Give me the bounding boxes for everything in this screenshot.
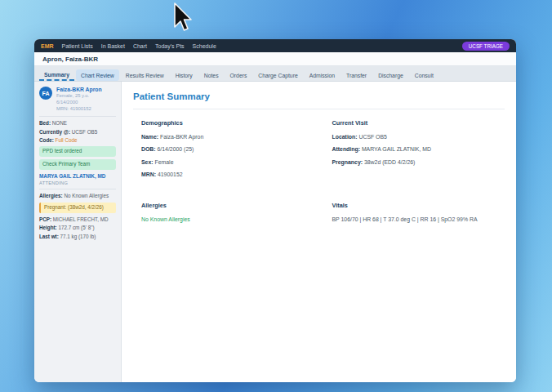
- code-status-value: Full Code: [56, 137, 78, 143]
- sidebar-sex-age: Female, 25 y.o.: [56, 93, 102, 100]
- patient-summary-panel: Patient Summary Demographics Name: Faiza…: [122, 82, 516, 382]
- chart-tab-bar: Summary Chart Review Results Review Hist…: [34, 66, 516, 82]
- code-line: Code: Full Code: [39, 137, 116, 144]
- current-visit-heading: Current Visit: [332, 119, 505, 127]
- patient-profile: FA Faiza-BKR Apron Female, 25 y.o. 6/14/…: [39, 87, 116, 113]
- patient-header-name: Apron, Faiza-BKR: [42, 56, 98, 63]
- alert-chip-ppd: PPD test ordered: [39, 146, 116, 157]
- vitals-values: BP 106/70 | HR 68 | T 37.0 deg C | RR 16…: [332, 216, 505, 223]
- nav-chart[interactable]: Chart: [133, 43, 147, 49]
- tab-orders[interactable]: Orders: [225, 69, 252, 81]
- allergies-value: No Known Allergies: [64, 193, 109, 198]
- visit-attending-row: Attending: MARYA GAIL ZLATNIK, MD: [332, 146, 505, 153]
- attending-role: ATTENDING: [39, 180, 116, 185]
- top-navigation-bar: EMR Patient Lists In Basket Chart Today'…: [34, 39, 516, 52]
- sidebar-mrn: MRN: 41900152: [56, 106, 102, 113]
- nav-schedule[interactable]: Schedule: [193, 43, 216, 49]
- height-line: Height: 172.7 cm (5' 8"): [39, 225, 116, 231]
- tab-summary[interactable]: Summary: [39, 69, 74, 81]
- weight-label: Last wt:: [39, 234, 59, 239]
- tab-transfer[interactable]: Transfer: [341, 69, 372, 81]
- emr-window: EMR Patient Lists In Basket Chart Today'…: [34, 39, 516, 382]
- patient-header: Apron, Faiza-BKR: [34, 52, 516, 66]
- nav-in-basket[interactable]: In Basket: [101, 43, 125, 49]
- attending-name: MARYA GAIL ZLATNIK, MD: [39, 173, 116, 180]
- demographics-sex-row: Sex: Female: [141, 159, 314, 166]
- sidebar-patient-name: Faiza-BKR Apron: [56, 87, 102, 93]
- org-badge[interactable]: UCSF TRIAGE: [462, 42, 510, 51]
- alert-chip-primary-team: Check Primary Team: [39, 159, 116, 170]
- vitals-heading: Vitals: [332, 202, 505, 209]
- demographics-section: Demographics Name: Faiza-BKR Apron DOB: …: [141, 119, 314, 184]
- currently-label: Currently @:: [39, 129, 70, 135]
- sidebar-divider: [39, 116, 116, 117]
- sidebar-divider: [39, 189, 116, 189]
- bed-label: Bed:: [39, 120, 51, 126]
- vitals-section: Vitals BP 106/70 | HR 68 | T 37.0 deg C …: [332, 202, 505, 229]
- bed-value: NONE: [52, 120, 67, 126]
- allergies-section: Allergies No Known Allergies: [141, 202, 314, 229]
- weight-line: Last wt: 77.1 kg (170 lb): [39, 234, 116, 240]
- emr-logo: EMR: [41, 43, 54, 49]
- allergies-heading: Allergies: [141, 202, 314, 209]
- tab-results-review[interactable]: Results Review: [121, 69, 169, 81]
- tab-chart-review[interactable]: Chart Review: [76, 69, 119, 81]
- pregnancy-banner: Pregnant: (38w2d, 4/2/26): [39, 203, 116, 213]
- allergies-status: No Known Allergies: [141, 216, 314, 223]
- page-title: Patient Summary: [133, 91, 505, 109]
- visit-location-row: Location: UCSF OB5: [332, 134, 505, 140]
- pcp-label: PCP:: [39, 216, 51, 222]
- bed-line: Bed: NONE: [39, 120, 116, 127]
- height-label: Height:: [39, 225, 57, 230]
- nav-patient-lists[interactable]: Patient Lists: [62, 43, 93, 49]
- avatar: FA: [39, 87, 52, 100]
- demographics-heading: Demographics: [141, 119, 314, 127]
- tab-history[interactable]: History: [171, 69, 198, 81]
- mouse-cursor-icon: [171, 2, 193, 32]
- demographics-name-row: Name: Faiza-BKR Apron: [141, 134, 314, 140]
- code-label: Code:: [39, 137, 54, 143]
- demographics-dob-row: DOB: 6/14/2000 (25): [141, 146, 314, 153]
- pcp-line: PCP: MICHAEL FRECHT, MD: [39, 216, 116, 223]
- patient-sidebar: FA Faiza-BKR Apron Female, 25 y.o. 6/14/…: [34, 82, 122, 382]
- tab-notes[interactable]: Notes: [199, 69, 224, 81]
- sidebar-dob: 6/14/2000: [56, 100, 102, 106]
- tab-admission[interactable]: Admission: [305, 69, 340, 81]
- currently-value: UCSF OB5: [72, 129, 98, 135]
- demographics-mrn-row: MRN: 41900152: [141, 172, 314, 178]
- nav-todays-pts[interactable]: Today's Pts: [155, 43, 185, 49]
- tab-discharge[interactable]: Discharge: [373, 69, 408, 81]
- visit-pregnancy-row: Pregnancy: 38w2d (EDD 4/2/26): [332, 159, 505, 166]
- weight-value: 77.1 kg (170 lb): [60, 234, 96, 239]
- allergies-line: Allergies: No Known Allergies: [39, 193, 116, 199]
- allergies-label: Allergies:: [39, 193, 63, 198]
- pcp-value: MICHAEL FRECHT, MD: [53, 216, 109, 222]
- tab-charge-capture[interactable]: Charge Capture: [253, 69, 302, 81]
- currently-line: Currently @: UCSF OB5: [39, 129, 116, 136]
- current-visit-section: Current Visit Location: UCSF OB5 Attendi…: [332, 119, 505, 184]
- tab-consult[interactable]: Consult: [410, 69, 438, 81]
- height-value: 172.7 cm (5' 8"): [58, 225, 94, 230]
